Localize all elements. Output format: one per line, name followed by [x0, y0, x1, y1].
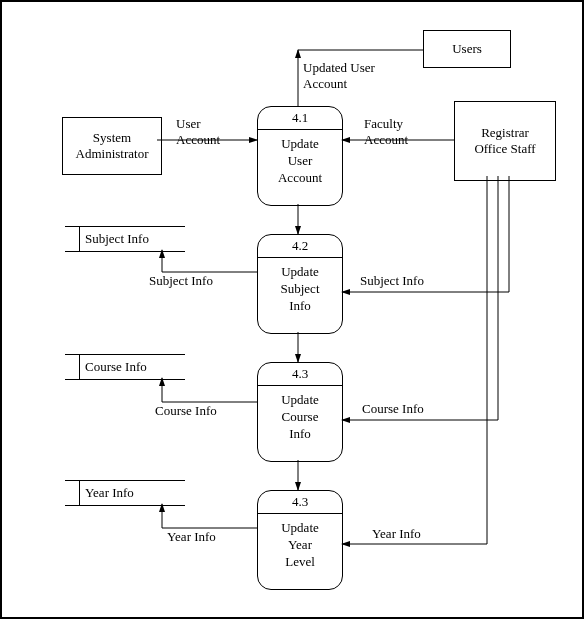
flow-year-in: Year Info: [372, 526, 421, 542]
store-year-info: Year Info: [65, 480, 185, 506]
entity-registrar: Registrar Office Staff: [454, 101, 556, 181]
store-course-info: Course Info: [65, 354, 185, 380]
entity-sysadmin: System Administrator: [62, 117, 162, 175]
entity-label: Users: [452, 41, 482, 57]
dfd-diagram: { "entities": { "sysadmin": "System\nAdm…: [0, 0, 584, 619]
flow-subject-in: Subject Info: [360, 273, 424, 289]
process-label: Update Course Info: [258, 386, 342, 449]
store-label: Year Info: [85, 485, 134, 501]
process-4-3b: 4.3 Update Year Level: [257, 490, 343, 590]
process-4-1: 4.1 Update User Account: [257, 106, 343, 206]
store-label: Subject Info: [85, 231, 149, 247]
flow-faculty-account: Faculty Account: [364, 116, 408, 148]
process-number: 4.3: [258, 491, 342, 514]
process-label: Update Subject Info: [258, 258, 342, 321]
flow-subject-out: Subject Info: [149, 273, 213, 289]
flow-user-account: User Account: [176, 116, 220, 148]
store-subject-info: Subject Info: [65, 226, 185, 252]
entity-label: System Administrator: [76, 130, 149, 161]
store-label: Course Info: [85, 359, 147, 375]
process-number: 4.3: [258, 363, 342, 386]
flow-course-out: Course Info: [155, 403, 217, 419]
process-label: Update User Account: [258, 130, 342, 193]
process-label: Update Year Level: [258, 514, 342, 577]
flow-course-in: Course Info: [362, 401, 424, 417]
process-number: 4.1: [258, 107, 342, 130]
process-number: 4.2: [258, 235, 342, 258]
flow-year-out: Year Info: [167, 529, 216, 545]
entity-users: Users: [423, 30, 511, 68]
process-4-3: 4.3 Update Course Info: [257, 362, 343, 462]
flow-updated-user: Updated User Account: [303, 60, 375, 92]
process-4-2: 4.2 Update Subject Info: [257, 234, 343, 334]
entity-label: Registrar Office Staff: [474, 125, 535, 156]
